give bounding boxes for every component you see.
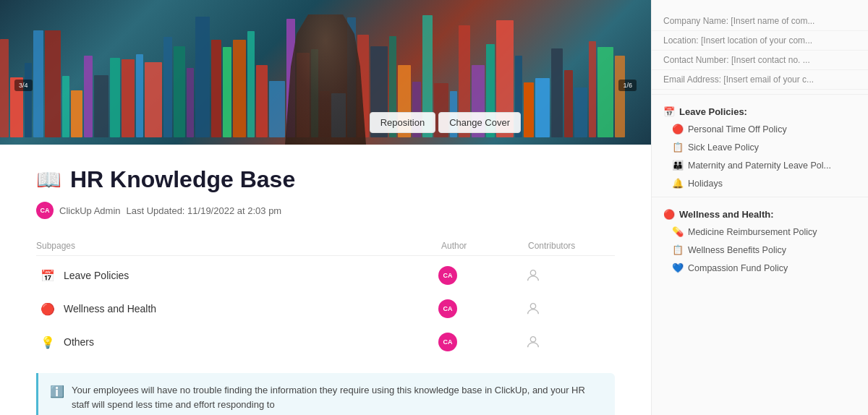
author-avatar-ca: CA (438, 299, 457, 318)
wellness-icon: 🔴 (663, 209, 675, 220)
subpage-contributors (525, 334, 612, 350)
sidebar-wellness-item[interactable]: 📋Wellness Benefits Policy (652, 241, 868, 259)
wellness-item-icon: 💙 (672, 262, 684, 273)
leave-item-icon: 👪 (672, 160, 684, 171)
leave-policies-icon: 📅 (663, 106, 675, 117)
subpage-name: Wellness and Health (64, 303, 438, 315)
info-icon: ℹ️ (50, 385, 64, 411)
subpage-name: Leave Policies (64, 270, 438, 281)
subpage-author: CA (438, 299, 525, 318)
leave-item-label: Holidays (688, 179, 723, 189)
page-emoji: 📖 (36, 168, 61, 192)
cover-image: 3/4 1/6 Reposition Change Cover (0, 0, 651, 145)
leave-policies-label: Leave Policies: (679, 106, 747, 117)
subpages-section: Subpages Author Contributors 📅 Leave Pol… (36, 236, 615, 359)
wellness-item-label: Wellness Benefits Policy (688, 245, 786, 255)
sidebar-wellness-title: 🔴 Wellness and Health: (652, 202, 868, 223)
subpage-icon: 🔴 (39, 302, 56, 316)
svg-point-2 (530, 337, 535, 342)
table-row[interactable]: 🔴 Wellness and Health CA (36, 292, 615, 325)
sidebar-leave-item[interactable]: 👪Maternity and Paternity Leave Pol... (652, 156, 868, 174)
info-box: ℹ️ Your employees will have no trouble f… (36, 373, 615, 415)
leave-item-icon: 📋 (672, 142, 684, 153)
page-body: 📖 HR Knowledge Base CA ClickUp Admin Las… (0, 145, 651, 415)
subpage-icon: 📅 (39, 269, 56, 283)
svg-point-0 (530, 270, 535, 275)
leave-item-label: Maternity and Paternity Leave Pol... (688, 161, 831, 171)
sidebar-email-address: Email Address: [Insert email of your c..… (652, 70, 868, 90)
wellness-item-label: Medicine Reimbursement Policy (688, 227, 817, 237)
right-sidebar: Company Name: [Insert name of com... Loc… (651, 0, 868, 415)
subpages-header-label: Subpages (36, 241, 441, 251)
wellness-item-icon: 💊 (672, 226, 684, 237)
subpages-header: Subpages Author Contributors (36, 236, 615, 256)
sidebar-wellness-item[interactable]: 💊Medicine Reimbursement Policy (652, 223, 868, 241)
author-avatar: CA (36, 202, 54, 219)
leave-item-icon: 🔔 (672, 178, 684, 189)
wellness-item-label: Compassion Fund Policy (688, 263, 788, 273)
change-cover-button[interactable]: Change Cover (438, 112, 521, 133)
leave-items: 🔴Personal Time Off Policy📋Sick Leave Pol… (652, 120, 868, 192)
sidebar-leave-item[interactable]: 🔔Holidays (652, 174, 868, 192)
subpage-contributors (525, 301, 612, 317)
sidebar-wellness-item[interactable]: 💙Compassion Fund Policy (652, 259, 868, 277)
reposition-button[interactable]: Reposition (370, 112, 435, 133)
page-title-row: 📖 HR Knowledge Base (36, 166, 615, 193)
figure-overlay (0, 0, 651, 145)
wellness-label: Wellness and Health: (679, 209, 774, 220)
author-avatar-ca: CA (438, 266, 457, 285)
subpage-icon: 💡 (39, 335, 56, 349)
sidebar-divider-2 (652, 197, 868, 197)
leave-item-icon: 🔴 (672, 124, 684, 134)
info-text: Your employees will have no trouble find… (72, 383, 603, 411)
contributor-icon (525, 268, 541, 283)
leave-item-label: Sick Leave Policy (688, 142, 759, 153)
badge-left: 3/4 (14, 80, 33, 91)
subpages-header-contributors: Contributors (528, 241, 615, 251)
sidebar-leave-policies-title: 📅 Leave Policies: (652, 99, 868, 120)
sidebar-location: Location: [Insert location of your com..… (652, 31, 868, 51)
page-title: HR Knowledge Base (70, 166, 295, 193)
author-name: ClickUp Admin (59, 205, 121, 216)
subpage-author: CA (438, 266, 525, 285)
author-row: CA ClickUp Admin Last Updated: 11/19/202… (36, 202, 615, 219)
sidebar-leave-item[interactable]: 🔴Personal Time Off Policy (652, 120, 868, 138)
cover-buttons: Reposition Change Cover (370, 112, 521, 133)
subpage-name: Others (64, 336, 438, 348)
main-content: 3/4 1/6 Reposition Change Cover 📖 HR Kno… (0, 0, 651, 415)
contributor-icon (525, 301, 541, 317)
last-updated: Last Updated: 11/19/2022 at 2:03 pm (127, 205, 282, 216)
subpages-header-author: Author (441, 241, 528, 251)
wellness-item-icon: 📋 (672, 244, 684, 255)
leave-item-label: Personal Time Off Policy (688, 124, 787, 134)
sidebar-company-name: Company Name: [Insert name of com... (652, 12, 868, 31)
subpage-contributors (525, 268, 612, 283)
sidebar-divider-1 (652, 94, 868, 95)
svg-point-1 (530, 304, 535, 309)
contributor-icon (525, 334, 541, 350)
sidebar-leave-item[interactable]: 📋Sick Leave Policy (652, 138, 868, 156)
wellness-items: 💊Medicine Reimbursement Policy📋Wellness … (652, 223, 868, 277)
badge-right: 1/6 (618, 80, 637, 91)
person-silhouette (268, 14, 383, 145)
author-avatar-ca: CA (438, 333, 457, 351)
subpage-rows: 📅 Leave Policies CA 🔴 Wellness and Healt… (36, 259, 615, 359)
sidebar-contact-number: Contact Number: [Insert contact no. ... (652, 51, 868, 70)
table-row[interactable]: 📅 Leave Policies CA (36, 259, 615, 292)
subpage-author: CA (438, 333, 525, 351)
table-row[interactable]: 💡 Others CA (36, 325, 615, 359)
